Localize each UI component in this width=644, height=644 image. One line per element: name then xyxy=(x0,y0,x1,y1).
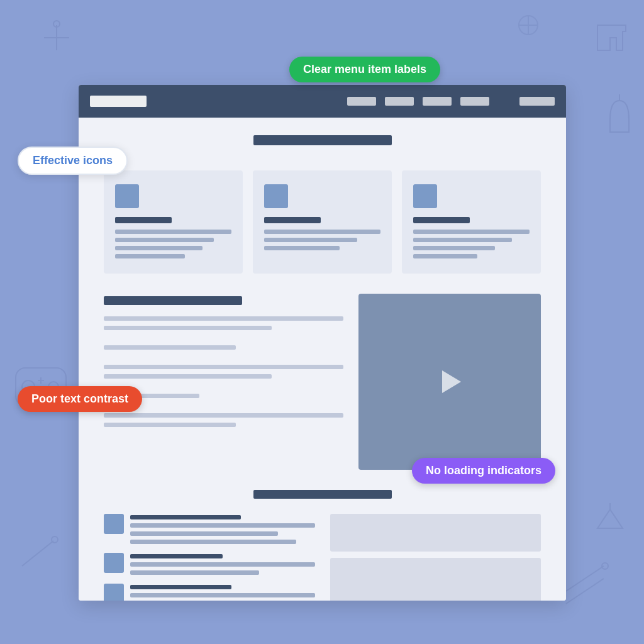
card-line xyxy=(264,238,357,242)
list-lines xyxy=(130,514,315,544)
card-1 xyxy=(104,170,243,274)
svg-line-15 xyxy=(566,566,604,591)
list-right-block-1 xyxy=(330,514,541,552)
video-block xyxy=(358,294,541,470)
card-icon-1 xyxy=(115,184,139,208)
svg-point-1 xyxy=(53,21,60,27)
card-line xyxy=(264,246,340,250)
annotation-effective-icons: Effective icons xyxy=(18,147,128,175)
svg-line-17 xyxy=(566,579,604,604)
hero-section xyxy=(79,118,566,159)
content-line xyxy=(104,316,343,321)
nav-logo xyxy=(90,96,147,107)
content-line xyxy=(104,365,343,369)
list-section xyxy=(79,505,566,601)
play-button-icon xyxy=(442,370,461,393)
content-line xyxy=(104,413,343,418)
card-line xyxy=(115,254,185,258)
nav-item-2 xyxy=(385,97,414,106)
card-line xyxy=(264,230,380,234)
card-line xyxy=(413,254,477,258)
card-line xyxy=(115,230,231,234)
svg-line-9 xyxy=(22,541,53,566)
card-icon-3 xyxy=(413,184,437,208)
hero-title-bar xyxy=(253,135,392,145)
content-line xyxy=(104,345,236,350)
content-line xyxy=(104,374,272,379)
list-right-block-2 xyxy=(330,558,541,601)
svg-point-12 xyxy=(519,16,538,35)
list-item xyxy=(104,584,315,601)
list-thumb xyxy=(104,553,124,573)
card-icon-2 xyxy=(264,184,288,208)
annotation-poor-text-contrast: Poor text contrast xyxy=(18,386,142,412)
svg-point-10 xyxy=(52,536,58,543)
cards-row xyxy=(79,159,566,285)
list-lines xyxy=(130,553,315,575)
list-line-sub xyxy=(130,531,278,536)
list-item xyxy=(104,514,315,544)
list-thumb xyxy=(104,514,124,534)
svg-point-16 xyxy=(602,563,608,569)
card-line xyxy=(413,238,512,242)
card-3 xyxy=(402,170,541,274)
card-line xyxy=(413,246,495,250)
content-line xyxy=(104,326,272,330)
content-line xyxy=(104,423,236,427)
list-line-sub xyxy=(130,523,315,528)
list-left xyxy=(104,514,315,601)
nav-item-5 xyxy=(519,97,555,106)
nav-item-4 xyxy=(460,97,489,106)
card-title-1 xyxy=(115,217,172,223)
card-title-3 xyxy=(413,217,470,223)
card-line xyxy=(413,230,530,234)
card-line xyxy=(115,238,214,242)
nav-bar xyxy=(79,85,566,118)
annotation-clear-menu-labels: Clear menu item labels xyxy=(289,57,440,82)
list-line-sub xyxy=(130,540,296,544)
list-line-title xyxy=(130,585,231,589)
card-2 xyxy=(253,170,392,274)
nav-item-3 xyxy=(423,97,452,106)
list-line-sub xyxy=(130,570,259,575)
list-line-sub xyxy=(130,593,315,597)
annotation-no-loading-indicators: No loading indicators xyxy=(412,458,555,484)
section-title-bar xyxy=(253,490,392,499)
list-thumb xyxy=(104,584,124,601)
card-title-2 xyxy=(264,217,321,223)
list-line-title xyxy=(130,554,223,558)
list-lines xyxy=(130,584,315,601)
list-line-title xyxy=(130,515,241,519)
card-line xyxy=(115,246,203,250)
content-heading xyxy=(104,296,242,305)
content-section xyxy=(79,285,566,479)
content-left xyxy=(104,294,343,470)
wireframe-mockup xyxy=(79,85,566,601)
list-line-sub xyxy=(130,562,315,567)
list-right xyxy=(330,514,541,601)
list-item xyxy=(104,553,315,575)
nav-item-1 xyxy=(347,97,376,106)
